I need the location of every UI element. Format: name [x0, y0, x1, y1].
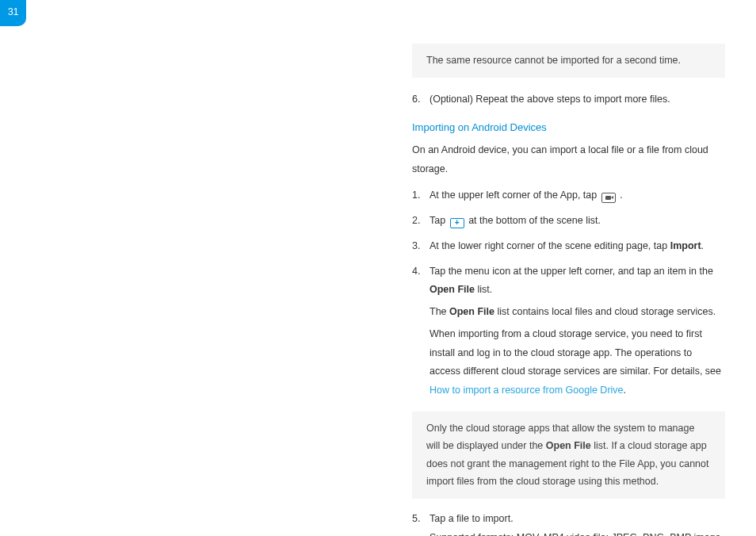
- step-5-number: 5.: [412, 510, 430, 536]
- step-1-pre: At the upper left corner of the App, tap: [430, 190, 600, 201]
- step-3: 3. At the lower right corner of the scen…: [412, 237, 725, 256]
- step-4-line2a: The: [430, 306, 449, 317]
- plus-icon: +: [450, 218, 464, 228]
- step-3-pre: At the lower right corner of the scene e…: [430, 240, 670, 251]
- step-1-number: 1.: [412, 186, 430, 205]
- section-intro: On an Android device, you can import a l…: [412, 141, 725, 179]
- note-box-duplicate: The same resource cannot be imported for…: [412, 44, 725, 78]
- step-5-line2: Supported formats: MOV, MP4 video file; …: [430, 529, 725, 536]
- camera-icon: [601, 193, 616, 203]
- step-2-pre: Tap: [430, 215, 449, 226]
- link-google-drive-howto[interactable]: How to import a resource from Google Dri…: [430, 385, 624, 396]
- step-4-openfile-2: Open File: [449, 306, 494, 317]
- step-6: 6. (Optional) Repeat the above steps to …: [412, 90, 725, 109]
- step-1-post: .: [620, 190, 622, 201]
- step-4-number: 4.: [412, 262, 430, 400]
- step-6-text: (Optional) Repeat the above steps to imp…: [430, 90, 725, 109]
- note-text-1: The same resource cannot be imported for…: [426, 55, 681, 66]
- step-4-pre: Tap the menu icon at the upper left corn…: [430, 266, 713, 277]
- step-6-number: 6.: [412, 90, 430, 109]
- step-4-openfile-1: Open File: [430, 284, 475, 295]
- step-2: 2. Tap + at the bottom of the scene list…: [412, 212, 725, 231]
- step-5: 5. Tap a file to import. Supported forma…: [412, 510, 725, 536]
- main-content: The same resource cannot be imported for…: [412, 44, 725, 536]
- step-4-line2b: list contains local files and cloud stor…: [494, 306, 716, 317]
- note2-openfile: Open File: [546, 440, 591, 451]
- step-5-line1: Tap a file to import.: [430, 510, 725, 529]
- step-4-post: .: [624, 385, 626, 396]
- step-2-post: at the bottom of the scene list.: [468, 215, 601, 226]
- step-3-post: .: [701, 240, 704, 251]
- note-box-cloud-storage: Only the cloud storage apps that allow t…: [412, 412, 725, 499]
- step-3-import-label: Import: [670, 240, 701, 251]
- page-number: 31: [0, 0, 26, 26]
- step-4-mid1: list.: [475, 284, 492, 295]
- step-4: 4. Tap the menu icon at the upper left c…: [412, 262, 725, 400]
- step-3-number: 3.: [412, 237, 430, 256]
- step-2-number: 2.: [412, 212, 430, 231]
- section-heading-android: Importing on Android Devices: [412, 118, 725, 138]
- step-4-line3: When importing from a cloud storage serv…: [430, 328, 721, 377]
- step-1: 1. At the upper left corner of the App, …: [412, 186, 725, 205]
